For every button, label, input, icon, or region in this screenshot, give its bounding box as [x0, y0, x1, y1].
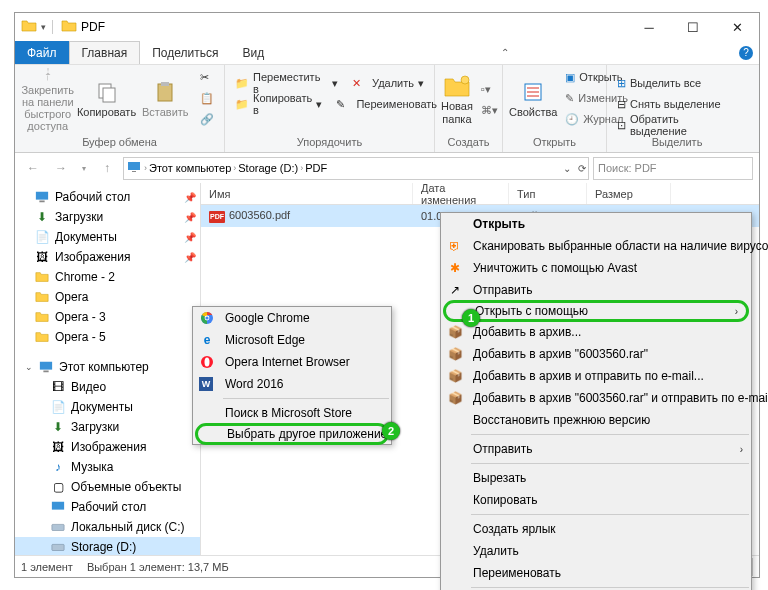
up-button[interactable]: ↑: [95, 156, 119, 180]
ctx-archive-rar-email[interactable]: 📦Добавить в архив "6003560.rar" и отправ…: [441, 387, 751, 409]
svg-rect-10: [40, 362, 52, 370]
nav-music[interactable]: ♪Музыка: [15, 457, 200, 477]
svg-rect-3: [161, 82, 169, 86]
ctx-shortcut[interactable]: Создать ярлык: [441, 518, 751, 540]
chevron-right-icon: ›: [735, 306, 738, 317]
navigation-pane: Рабочий стол📌 ⬇Загрузки📌 📄Документы📌 🖼Из…: [15, 183, 201, 555]
deselect-all-button[interactable]: ⊟Снять выделение: [613, 94, 741, 114]
nav-opera5[interactable]: Opera - 5: [15, 327, 200, 347]
ctx-send-to[interactable]: Отправить›: [441, 438, 751, 460]
nav-3d-objects[interactable]: ▢Объемные объекты: [15, 477, 200, 497]
paste-shortcut-button[interactable]: 🔗Вставить ярлык: [196, 109, 218, 129]
nav-docs2[interactable]: 📄Документы: [15, 397, 200, 417]
ctx-chrome[interactable]: Google Chrome: [193, 307, 391, 329]
move-to-button[interactable]: 📁Переместить в▾ ✕ Удалить▾: [231, 73, 428, 93]
address-dropdown[interactable]: ⌄: [563, 163, 571, 174]
nav-this-pc[interactable]: ⌄Этот компьютер: [15, 357, 200, 377]
svg-rect-7: [132, 171, 136, 172]
ctx-open[interactable]: Открыть: [441, 213, 751, 235]
ctx-scan[interactable]: ⛨Сканировать выбранные области на наличи…: [441, 235, 751, 257]
col-date[interactable]: Дата изменения: [413, 183, 509, 204]
ctx-word[interactable]: WWord 2016: [193, 373, 391, 395]
cut-button[interactable]: ✂Вырезать: [196, 67, 218, 87]
svg-point-17: [205, 316, 208, 319]
callout-2: 2: [382, 422, 400, 440]
tab-view[interactable]: Вид: [230, 41, 276, 64]
pin-icon: 📌: [184, 192, 196, 203]
ribbon-collapse[interactable]: ⌃: [495, 41, 515, 64]
callout-1: 1: [462, 309, 480, 327]
nav-downloads[interactable]: ⬇Загрузки📌: [15, 207, 200, 227]
new-item-button[interactable]: ▫▾: [477, 79, 502, 99]
tab-home[interactable]: Главная: [69, 41, 141, 64]
select-all-button[interactable]: ⊞Выделить все: [613, 73, 741, 93]
ctx-open-with[interactable]: Открыть с помощью›: [443, 300, 749, 322]
back-button[interactable]: ←: [21, 156, 45, 180]
paste-button[interactable]: Вставить: [139, 67, 193, 132]
col-type[interactable]: Тип: [509, 183, 587, 204]
ribbon-group-organize: Упорядочить: [231, 136, 428, 150]
nav-desktop[interactable]: Рабочий стол📌: [15, 187, 200, 207]
crumb-pc[interactable]: Этот компьютер: [149, 162, 231, 174]
ctx-other-app[interactable]: Выбрать другое приложение: [195, 423, 389, 445]
ctx-opera[interactable]: Opera Internet Browser: [193, 351, 391, 373]
copy-to-button[interactable]: 📁Копировать в▾ ✎ Переименовать: [231, 94, 428, 114]
ctx-avast[interactable]: ✱Уничтожить с помощью Avast: [441, 257, 751, 279]
ctx-cut[interactable]: Вырезать: [441, 467, 751, 489]
file-name: 6003560.pdf: [229, 209, 290, 221]
new-folder-button[interactable]: Новая папка: [441, 67, 473, 132]
col-size[interactable]: Размер: [587, 183, 671, 204]
svg-point-4: [461, 76, 469, 84]
context-menu-open-with: Google Chrome eMicrosoft Edge Opera Inte…: [192, 306, 392, 445]
copy-path-button[interactable]: 📋Скопировать путь: [196, 88, 218, 108]
ctx-archive-add[interactable]: 📦Добавить в архив...: [441, 321, 751, 343]
qat-dropdown[interactable]: ▾: [41, 22, 46, 32]
ctx-archive-email[interactable]: 📦Добавить в архив и отправить по e-mail.…: [441, 365, 751, 387]
nav-videos[interactable]: 🎞Видео: [15, 377, 200, 397]
address-bar[interactable]: › Этот компьютер › Storage (D:) › PDF ⌄ …: [123, 157, 589, 180]
context-menu-main: Открыть ⛨Сканировать выбранные области н…: [440, 212, 752, 590]
minimize-button[interactable]: ─: [627, 13, 671, 41]
nav-pictures2[interactable]: 🖼Изображения: [15, 437, 200, 457]
window-icon: [21, 18, 37, 37]
search-input[interactable]: Поиск: PDF: [593, 157, 753, 180]
forward-button[interactable]: →: [49, 156, 73, 180]
nav-storage-d[interactable]: Storage (D:): [15, 537, 200, 555]
help-icon[interactable]: ?: [739, 46, 753, 60]
list-header: Имя Дата изменения Тип Размер: [201, 183, 759, 205]
maximize-button[interactable]: ☐: [671, 13, 715, 41]
ctx-archive-rar[interactable]: 📦Добавить в архив "6003560.rar": [441, 343, 751, 365]
tab-file[interactable]: Файл: [15, 41, 69, 64]
titlebar: ▾ PDF ─ ☐ ✕: [15, 13, 759, 41]
ribbon-tabs: Файл Главная Поделиться Вид ⌃ ?: [15, 41, 759, 65]
properties-button[interactable]: Свойства: [509, 67, 557, 132]
ctx-share[interactable]: ↗Отправить: [441, 279, 751, 301]
refresh-button[interactable]: ⟳: [578, 163, 586, 174]
recent-locations-button[interactable]: ▾: [77, 156, 91, 180]
nav-opera3[interactable]: Opera - 3: [15, 307, 200, 327]
col-name[interactable]: Имя: [201, 183, 413, 204]
ctx-copy[interactable]: Копировать: [441, 489, 751, 511]
crumb-folder[interactable]: PDF: [305, 162, 327, 174]
crumb-storage[interactable]: Storage (D:): [238, 162, 298, 174]
nav-chrome2[interactable]: Chrome - 2: [15, 267, 200, 287]
ctx-delete[interactable]: Удалить: [441, 540, 751, 562]
ctx-restore[interactable]: Восстановить прежнюю версию: [441, 409, 751, 431]
ctx-edge[interactable]: eMicrosoft Edge: [193, 329, 391, 351]
nav-downloads2[interactable]: ⬇Загрузки: [15, 417, 200, 437]
nav-opera[interactable]: Opera: [15, 287, 200, 307]
close-button[interactable]: ✕: [715, 13, 759, 41]
nav-desktop2[interactable]: Рабочий стол: [15, 497, 200, 517]
invert-selection-button[interactable]: ⊡Обратить выделение: [613, 115, 741, 135]
copy-button[interactable]: Копировать: [79, 67, 135, 132]
tab-share[interactable]: Поделиться: [140, 41, 230, 64]
svg-rect-11: [43, 371, 48, 373]
nav-local-c[interactable]: Локальный диск (C:): [15, 517, 200, 537]
svg-rect-9: [39, 201, 44, 203]
ctx-store[interactable]: Поиск в Microsoft Store: [193, 402, 391, 424]
easy-access-button[interactable]: ⌘▾: [477, 100, 502, 120]
ctx-rename[interactable]: Переименовать: [441, 562, 751, 584]
nav-pictures[interactable]: 🖼Изображения📌: [15, 247, 200, 267]
pin-to-quick-access-button[interactable]: Закрепить на панели быстрого доступа: [21, 67, 75, 132]
nav-documents[interactable]: 📄Документы📌: [15, 227, 200, 247]
